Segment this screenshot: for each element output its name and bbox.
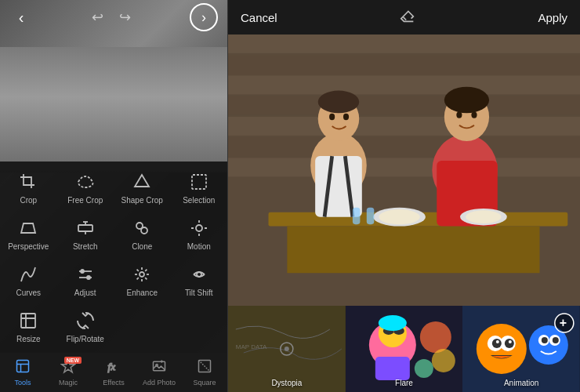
flare-label: Flare (346, 379, 463, 387)
svg-rect-2 (78, 225, 92, 231)
svg-point-67 (285, 347, 289, 351)
svg-rect-38 (228, 117, 580, 136)
svg-point-45 (318, 91, 359, 114)
svg-point-55 (456, 111, 462, 118)
tool-tilt-shift[interactable]: Tilt Shift (171, 257, 228, 303)
stretch-icon (76, 219, 95, 241)
selection-label: Selection (183, 196, 215, 205)
tilt-shift-icon (190, 265, 208, 287)
apply-button[interactable]: Apply (538, 11, 567, 24)
add-photo-tab-label: Add Photo (143, 379, 176, 387)
svg-point-56 (471, 111, 477, 118)
effects-tab-label: Effects (103, 379, 124, 387)
svg-point-54 (444, 87, 489, 113)
svg-point-60 (466, 210, 501, 223)
curves-label: Curves (16, 289, 41, 297)
perspective-icon (19, 219, 38, 241)
svg-point-13 (87, 276, 90, 279)
cancel-button[interactable]: Cancel (241, 11, 277, 24)
tool-perspective[interactable]: Perspective (0, 211, 57, 257)
selection-icon (190, 172, 208, 194)
svg-rect-61 (353, 208, 361, 224)
tab-tools[interactable]: Tools (0, 353, 45, 392)
right-panel: Cancel Apply (228, 0, 580, 392)
svg-rect-76 (375, 357, 410, 380)
flip-rotate-icon (76, 311, 95, 333)
photo-area (228, 34, 580, 306)
tab-square[interactable]: Square (182, 353, 227, 392)
redo-button[interactable]: ↪ (119, 9, 131, 26)
tilt-shift-label: Tilt Shift (185, 289, 213, 297)
thumb-dystopia[interactable]: MAP DATA Dystopia (228, 306, 346, 392)
svg-point-91 (542, 337, 548, 343)
perspective-label: Perspective (8, 242, 49, 251)
svg-text:MAP DATA: MAP DATA (236, 343, 267, 350)
shape-crop-icon (132, 172, 151, 194)
svg-rect-24 (21, 314, 35, 328)
tab-add-photo[interactable]: Add Photo (136, 353, 182, 392)
tool-free-crop[interactable]: Free Crop (57, 165, 114, 211)
tool-flip-rotate[interactable]: Flip/Rotate (57, 303, 114, 350)
svg-line-32 (199, 361, 211, 372)
clone-icon (132, 219, 151, 241)
svg-rect-62 (367, 208, 375, 224)
svg-rect-36 (228, 75, 580, 94)
tool-clone[interactable]: Clone (114, 211, 171, 257)
tool-curves[interactable]: Curves (0, 257, 57, 303)
svg-line-21 (137, 278, 139, 279)
tab-effects[interactable]: fx Effects (91, 353, 136, 392)
svg-point-78 (432, 349, 455, 372)
svg-point-58 (379, 209, 419, 224)
adjust-icon (76, 265, 95, 287)
undo-button[interactable]: ↩ (92, 9, 103, 26)
stretch-label: Stretch (73, 242, 98, 251)
tab-magic[interactable]: NEW Magic (45, 353, 91, 392)
enhance-icon (132, 265, 151, 287)
free-crop-icon (76, 172, 95, 194)
tool-adjust[interactable]: Adjust (57, 257, 114, 303)
svg-line-19 (137, 270, 139, 271)
free-crop-label: Free Crop (67, 196, 103, 205)
thumb-animation[interactable]: + Animation (462, 306, 580, 392)
tool-selection[interactable]: Selection (171, 165, 228, 211)
adjust-label: Adjust (74, 289, 96, 297)
svg-marker-0 (135, 175, 149, 187)
magic-tab-label: Magic (59, 379, 78, 387)
square-tab-label: Square (193, 379, 216, 387)
add-photo-icon (151, 358, 167, 378)
tool-enhance[interactable]: Enhance (114, 257, 171, 303)
motion-label: Motion (187, 242, 211, 251)
clone-label: Clone (132, 242, 152, 251)
svg-line-20 (145, 278, 147, 279)
svg-point-92 (553, 337, 559, 343)
svg-point-14 (140, 272, 144, 277)
motion-icon (190, 219, 208, 241)
svg-point-49 (329, 114, 335, 120)
svg-point-86 (496, 340, 499, 343)
svg-point-9 (196, 225, 202, 231)
resize-label: Resize (16, 335, 41, 343)
tools-icon (15, 358, 31, 378)
svg-text:+: + (560, 316, 567, 329)
tool-motion[interactable]: Motion (171, 211, 228, 257)
svg-rect-39 (228, 137, 580, 156)
svg-rect-35 (228, 55, 580, 74)
thumb-flare[interactable]: Flare (346, 306, 463, 392)
svg-text:fx: fx (108, 361, 116, 372)
tool-stretch[interactable]: Stretch (57, 211, 114, 257)
svg-rect-29 (154, 361, 165, 371)
svg-rect-1 (192, 175, 206, 189)
tool-overlay: Crop Free Crop Shape Crop (0, 162, 227, 353)
top-nav: ‹ ↩ ↪ › (0, 0, 227, 34)
flip-rotate-label: Flip/Rotate (67, 335, 104, 343)
svg-rect-25 (17, 361, 29, 372)
tool-crop[interactable]: Crop (0, 165, 57, 211)
tool-resize[interactable]: Resize (0, 303, 57, 350)
back-button[interactable]: ‹ (9, 5, 33, 29)
next-button[interactable]: › (190, 3, 218, 31)
tool-grid: Crop Free Crop Shape Crop (0, 165, 227, 350)
tool-shape-crop[interactable]: Shape Crop (114, 165, 171, 211)
svg-point-79 (415, 359, 433, 378)
eraser-icon[interactable] (399, 7, 416, 28)
resize-icon (19, 311, 38, 333)
